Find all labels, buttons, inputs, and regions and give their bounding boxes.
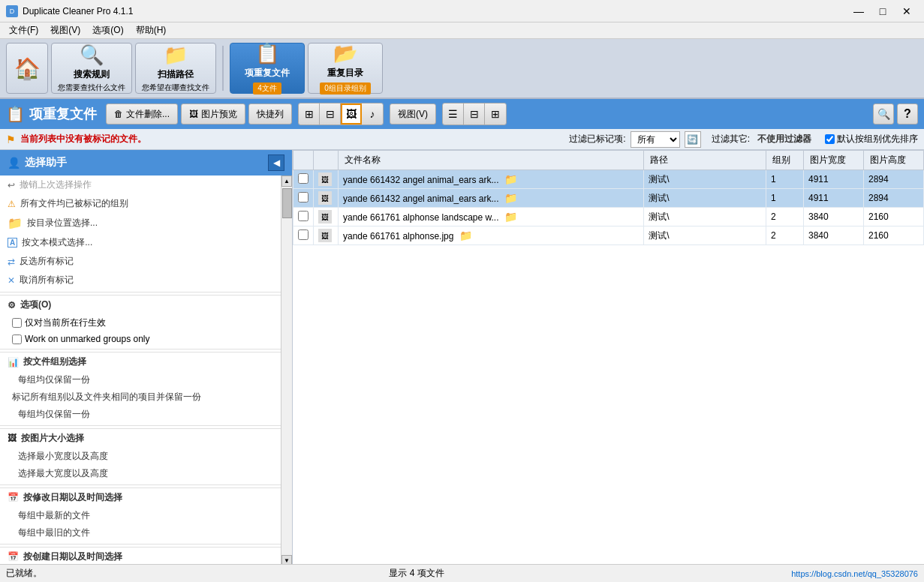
quicklist-label: 快捷列 [257, 108, 284, 121]
right-panel-scroll: 文件名称 路径 组别 图片宽度 图片高度 🖼 yande 661432 ange… [293, 150, 924, 564]
by-created-icon: 📅 [8, 551, 19, 562]
row-thumb-cell-4: 🖼 [314, 226, 339, 245]
col-group[interactable]: 组别 [766, 151, 804, 170]
view-icon-music[interactable]: ♪ [362, 104, 383, 124]
options-icon: ⚙ [8, 300, 16, 310]
duplicate-dir-button[interactable]: 📂 重复目录 0组目录组别 [308, 43, 383, 94]
search-rules-label: 搜索规则 [74, 68, 110, 81]
folder-icon: 📁 [164, 44, 188, 67]
col-thumb[interactable] [314, 151, 339, 170]
by-dir-label: 按目录位置选择... [27, 217, 98, 230]
row-checkbox-cell-3[interactable] [293, 208, 314, 226]
by-group-section: 📊 按文件组别选择 [0, 352, 281, 371]
divider1 [0, 292, 281, 292]
opt-unmarked-checkbox[interactable] [12, 334, 22, 344]
person-icon: 👤 [8, 157, 20, 169]
table-row: 🖼 yande 661432 angel animal_ears ark... … [293, 189, 924, 208]
home-button[interactable]: 🏠 [6, 43, 48, 94]
file-table: 文件名称 路径 组别 图片宽度 图片高度 🖼 yande 661432 ange… [293, 150, 924, 245]
opt-unmarked-item[interactable]: Work on unmarked groups only [0, 332, 281, 346]
by-dir-item[interactable]: 📁 按目录位置选择... [0, 213, 281, 233]
filterbar: ⚑ 当前列表中没有被标记的文件。 过滤已标记项: 所有 已标记 未标记 🔄 过滤… [0, 129, 924, 150]
keep-one-item[interactable]: 每组均仅保留一份 [0, 371, 281, 388]
min-dim-item[interactable]: 选择最小宽度以及高度 [0, 448, 281, 465]
search-button[interactable]: 🔍 [873, 104, 894, 124]
row-thumb-cell-1: 🖼 [314, 170, 339, 189]
file-thumb-4: 🖼 [318, 229, 332, 242]
all-marked-item[interactable]: ⚠ 所有文件均已被标记的组别 [0, 194, 281, 213]
list-icon-grid2[interactable]: ⊟ [464, 104, 485, 124]
search-icon: 🔍 [80, 44, 104, 67]
view-icon-minus[interactable]: ⊟ [320, 104, 341, 124]
row-folder-icon-1: 📁 [504, 173, 517, 185]
keep-one2-item[interactable]: 每组均仅保留一份 [0, 406, 281, 423]
menu-view[interactable]: 视图(V) [44, 22, 86, 38]
scan-path-sublabel: 您希望在哪查找文件 [142, 82, 209, 93]
invert-item[interactable]: ⇄ 反选所有标记 [0, 252, 281, 271]
collapse-button[interactable]: ◀ [268, 154, 284, 171]
oldest-item[interactable]: 每组中最旧的文件 [0, 524, 281, 542]
default-sort-input[interactable] [825, 134, 835, 144]
undo-item[interactable]: ↩ 撤销上次选择操作 [0, 176, 281, 194]
scroll-up-button[interactable]: ▲ [281, 176, 292, 187]
app-title: Duplicate Cleaner Pro 4.1.1 [23, 6, 133, 16]
minimize-button[interactable]: — [847, 4, 870, 19]
col-path[interactable]: 路径 [644, 151, 766, 170]
toolbar: 🏠 🔍 搜索规则 您需要查找什么文件 📁 扫描路径 您希望在哪查找文件 📋 项重… [0, 39, 924, 99]
preview-button[interactable]: 🖼 图片预览 [181, 104, 245, 124]
opt-current-item[interactable]: 仅对当前所在行生效 [0, 314, 281, 332]
view-menu-button[interactable]: 视图(V) [390, 104, 436, 124]
clear-item[interactable]: ✕ 取消所有标记 [0, 271, 281, 290]
opt-current-checkbox[interactable] [12, 318, 22, 328]
list-icon-lines[interactable]: ☰ [443, 104, 464, 124]
by-text-item[interactable]: A 按文本模式选择... [0, 233, 281, 252]
scroll-down-button[interactable]: ▼ [281, 555, 292, 564]
menu-help[interactable]: 帮助(H) [130, 22, 173, 38]
row-path-4: 测试\ [644, 226, 766, 245]
view-icon-image[interactable]: 🖼 [341, 104, 362, 124]
filter-select[interactable]: 所有 已标记 未标记 [631, 131, 680, 148]
titlebar: D Duplicate Cleaner Pro 4.1.1 — □ ✕ [0, 0, 924, 22]
scroll-thumb[interactable] [282, 188, 292, 218]
list-icon-table[interactable]: ⊞ [485, 104, 506, 124]
col-width[interactable]: 图片宽度 [804, 151, 864, 170]
row-name-1: yande 661432 angel animal_ears ark... [343, 175, 498, 185]
help-button[interactable]: ? [897, 104, 918, 124]
close-button[interactable]: ✕ [895, 4, 918, 19]
view-icon-group: ⊞ ⊟ 🖼 ♪ [298, 103, 384, 125]
newest-item[interactable]: 每组中最新的文件 [0, 507, 281, 524]
search-rules-button[interactable]: 🔍 搜索规则 您需要查找什么文件 [51, 43, 132, 94]
delete-button[interactable]: 🗑 文件删除... [106, 104, 178, 124]
search-rules-sublabel: 您需要查找什么文件 [58, 82, 125, 93]
quicklist-button[interactable]: 快捷列 [248, 104, 292, 124]
max-dim-item[interactable]: 选择最大宽度以及高度 [0, 465, 281, 482]
toolbar-separator [222, 46, 224, 91]
undo-label: 撤销上次选择操作 [20, 178, 92, 191]
duplicate-files-label: 项重复文件 [245, 67, 290, 80]
row-checkbox-cell-4[interactable] [293, 226, 314, 245]
row-checkbox-cell-2[interactable] [293, 189, 314, 208]
row-height-1: 2894 [864, 170, 924, 189]
menu-file[interactable]: 文件(F) [3, 22, 44, 38]
row-checkbox-4[interactable] [298, 230, 309, 240]
left-scrollbar[interactable]: ▲ ▼ [281, 176, 292, 564]
scan-path-button[interactable]: 📁 扫描路径 您希望在哪查找文件 [135, 43, 216, 94]
row-checkbox-1[interactable] [298, 173, 309, 184]
col-checkbox[interactable] [293, 151, 314, 170]
default-sort-checkbox[interactable]: 默认按组别优先排序 [825, 133, 918, 146]
oldest-label: 每组中最旧的文件 [18, 527, 90, 538]
view-icon-grid[interactable]: ⊞ [299, 104, 320, 124]
row-width-1: 4911 [804, 170, 864, 189]
maximize-button[interactable]: □ [871, 4, 894, 19]
row-checkbox-2[interactable] [298, 192, 309, 202]
col-filename[interactable]: 文件名称 [339, 151, 644, 170]
filter-refresh-button[interactable]: 🔄 [685, 131, 701, 148]
duplicate-files-button[interactable]: 📋 项重复文件 4文件 [230, 43, 305, 94]
keep-one-dir-item[interactable]: 标记所有组别以及文件夹相同的项目并保留一份 [0, 388, 281, 406]
row-checkbox-3[interactable] [298, 211, 309, 221]
row-checkbox-cell[interactable] [293, 170, 314, 189]
by-text-label: 按文本模式选择... [22, 236, 92, 249]
left-panel-title-text: 选择助手 [25, 156, 67, 170]
col-height[interactable]: 图片高度 [864, 151, 924, 170]
menu-options[interactable]: 选项(O) [86, 22, 129, 38]
